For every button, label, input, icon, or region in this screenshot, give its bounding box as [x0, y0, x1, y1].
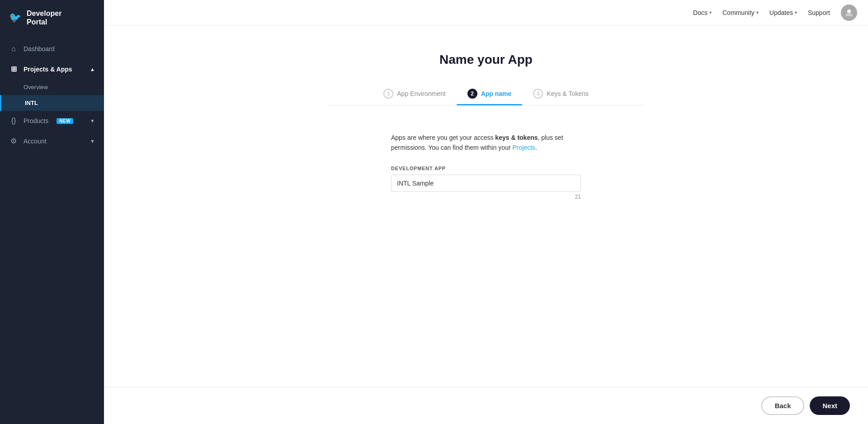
- chevron-down-icon: ▾: [795, 10, 797, 15]
- sidebar-item-projects-apps[interactable]: ⊞ Projects & Apps ▲: [0, 59, 104, 79]
- step-indicator: 1 App Environment 2 App name 3 Keys & To…: [328, 83, 644, 105]
- nav-updates[interactable]: Updates ▾: [769, 9, 797, 16]
- back-button[interactable]: Back: [761, 396, 805, 415]
- app-name-input[interactable]: [391, 175, 581, 192]
- nav-support-label: Support: [808, 9, 830, 16]
- nav-community-label: Community: [722, 9, 755, 16]
- step-3-number: 3: [533, 89, 543, 99]
- nav-support[interactable]: Support: [808, 9, 830, 16]
- bold-text: keys & tokens: [495, 134, 538, 141]
- sidebar-subitem-overview[interactable]: Overview: [0, 79, 104, 95]
- sidebar-item-label: Account: [24, 138, 47, 145]
- top-navigation: Docs ▾ Community ▾ Updates ▾ Support: [104, 0, 868, 25]
- nav-community[interactable]: Community ▾: [722, 9, 759, 16]
- chevron-down-icon: ▼: [90, 118, 95, 124]
- chevron-down-icon: ▼: [90, 138, 95, 144]
- chevron-up-icon: ▲: [90, 67, 95, 72]
- new-badge: NEW: [57, 118, 73, 124]
- products-icon: {}: [9, 117, 18, 125]
- sidebar-item-label: Dashboard: [24, 45, 55, 52]
- account-icon: ⚙: [9, 137, 18, 145]
- content-area: Name your App 1 App Environment 2 App na…: [104, 25, 868, 387]
- step-2-app-name[interactable]: 2 App name: [457, 83, 523, 105]
- step-3-label: Keys & Tokens: [547, 90, 588, 97]
- user-avatar[interactable]: [841, 5, 857, 21]
- footer-navigation: Back Next: [104, 387, 868, 424]
- step-1-label: App Environment: [397, 90, 445, 97]
- sidebar-item-products[interactable]: {} Products NEW ▼: [0, 111, 104, 131]
- home-icon: ⌂: [9, 45, 18, 53]
- projects-icon: ⊞: [9, 65, 18, 73]
- sidebar-item-label: Projects & Apps: [24, 66, 72, 73]
- sidebar-subitem-intl[interactable]: INTL: [0, 95, 104, 111]
- sidebar-logo[interactable]: 🐦 DeveloperPortal: [0, 0, 104, 39]
- svg-point-0: [847, 10, 851, 13]
- nav-docs-label: Docs: [693, 9, 708, 16]
- nav-updates-label: Updates: [769, 9, 793, 16]
- step-1-app-environment[interactable]: 1 App Environment: [373, 83, 456, 105]
- page-title: Name your App: [439, 52, 533, 67]
- step-2-label: App name: [481, 90, 512, 97]
- chevron-down-icon: ▾: [756, 10, 759, 15]
- sidebar-item-dashboard[interactable]: ⌂ Dashboard: [0, 39, 104, 59]
- field-label: DEVELOPMENT APP: [391, 166, 581, 171]
- info-text: Apps are where you get your access keys …: [391, 133, 581, 153]
- sidebar-navigation: ⌂ Dashboard ⊞ Projects & Apps ▲ Overview…: [0, 39, 104, 424]
- sidebar-item-account[interactable]: ⚙ Account ▼: [0, 131, 104, 151]
- twitter-icon: 🐦: [9, 12, 21, 24]
- sidebar: 🐦 DeveloperPortal ⌂ Dashboard ⊞ Projects…: [0, 0, 104, 424]
- projects-subnav: Overview INTL: [0, 79, 104, 111]
- sidebar-item-label: Products: [24, 117, 48, 124]
- step-3-keys-tokens[interactable]: 3 Keys & Tokens: [522, 83, 599, 105]
- projects-link[interactable]: Projects: [512, 144, 535, 151]
- portal-title: DeveloperPortal: [27, 9, 61, 26]
- chevron-down-icon: ▾: [709, 10, 712, 15]
- step-1-number: 1: [383, 89, 393, 99]
- step-2-number: 2: [467, 89, 477, 99]
- next-button[interactable]: Next: [810, 396, 850, 415]
- form-area: Apps are where you get your access keys …: [391, 133, 581, 200]
- char-count: 21: [391, 194, 581, 200]
- main-content: Name your App 1 App Environment 2 App na…: [104, 25, 868, 424]
- nav-docs[interactable]: Docs ▾: [693, 9, 712, 16]
